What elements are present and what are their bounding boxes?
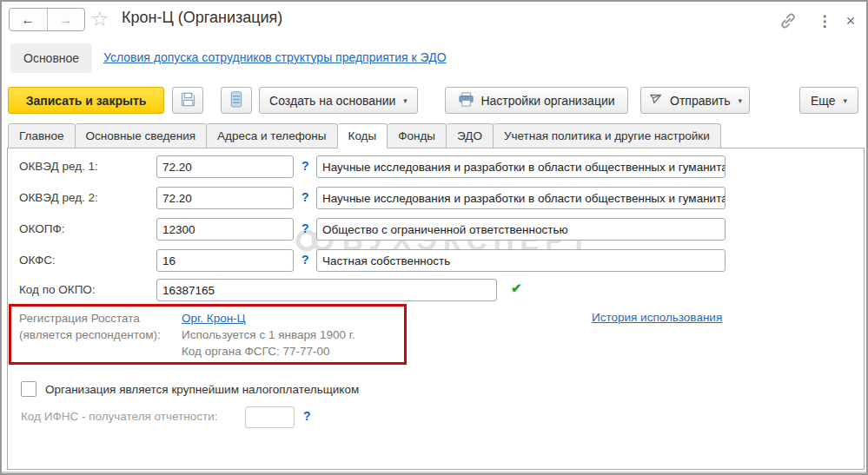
tab-main[interactable]: Главное	[8, 123, 76, 148]
nav-item-main[interactable]: Основное	[10, 43, 92, 73]
back-button[interactable]: ←	[10, 9, 48, 30]
window-bottom-edge	[2, 472, 866, 475]
chevron-down-icon: ▾	[738, 96, 742, 105]
okfs-help-icon[interactable]: ?	[301, 253, 309, 267]
rosstat-used-since: Используется с 1 января 1900 г.	[182, 328, 355, 341]
favorite-star-icon[interactable]: ☆	[90, 7, 109, 31]
forward-button[interactable]: →	[48, 9, 85, 30]
largest-taxpayer-label: Организация является крупнейшим налогопл…	[45, 383, 359, 396]
send-button[interactable]: Отправить ▾	[640, 87, 750, 114]
more-menu-icon[interactable]: ⋮	[813, 10, 836, 31]
okopf-code-field[interactable]: 12300	[156, 218, 294, 241]
floppy-disk-icon	[180, 91, 196, 110]
okved2-code-field[interactable]: 72.20	[156, 187, 294, 209]
chevron-down-icon: ▾	[403, 96, 407, 105]
more-label: Еще	[811, 94, 836, 108]
tab-accounting-policy[interactable]: Учетная политика и другие настройки	[494, 123, 721, 148]
okved2-help-icon[interactable]: ?	[301, 190, 309, 204]
okfs-label: ОКФС:	[19, 254, 56, 267]
okopf-help-icon[interactable]: ?	[301, 221, 309, 235]
largest-taxpayer-checkbox[interactable]	[21, 381, 36, 397]
more-actions-button[interactable]: Еще ▾	[799, 87, 858, 114]
tab-edo[interactable]: ЭДО	[447, 123, 494, 148]
organization-card-window: ← → ☆ Крон-Ц (Организация) ⋮ × Основное …	[0, 0, 868, 475]
rosstat-highlight-box: Регистрация Росстата (является респонден…	[9, 304, 407, 365]
printer-icon	[458, 92, 474, 109]
ifns-code-field[interactable]	[245, 406, 295, 428]
send-icon	[648, 91, 664, 109]
rosstat-label-line1: Регистрация Росстата	[19, 312, 140, 325]
okpo-field[interactable]: 16387165	[156, 279, 497, 301]
okved1-code-field[interactable]: 72.20	[156, 155, 294, 178]
tab-codes[interactable]: Коды	[338, 123, 388, 148]
org-settings-label: Настройки организации	[480, 94, 614, 108]
okved1-label: ОКВЭД ред. 1:	[19, 160, 98, 173]
close-icon[interactable]: ×	[839, 10, 862, 31]
okved2-label: ОКВЭД ред. 2:	[19, 191, 98, 204]
tab-addresses[interactable]: Адреса и телефоны	[207, 123, 337, 148]
send-label: Отправить	[670, 94, 730, 108]
okopf-label: ОКОПФ:	[19, 222, 64, 235]
save-button[interactable]	[172, 87, 203, 114]
okpo-valid-check-icon: ✔	[511, 280, 522, 296]
nav-link-edo-conditions[interactable]: Условия допуска сотрудников структуры пр…	[103, 50, 447, 64]
okpo-label: Код по ОКПО:	[19, 283, 96, 296]
okved1-help-icon[interactable]: ?	[301, 159, 309, 173]
history-nav-group: ← →	[9, 8, 85, 31]
okopf-desc-field[interactable]: Общество с ограниченной ответственностью	[316, 218, 726, 241]
okved1-desc-field[interactable]: Научные исследования и разработки в обла…	[316, 155, 726, 178]
rosstat-org-link[interactable]: Орг. Крон-Ц	[182, 312, 246, 325]
page-title: Крон-Ц (Организация)	[122, 9, 282, 27]
tab-funds[interactable]: Фонды	[388, 123, 447, 148]
save-and-close-button[interactable]: Записать и закрыть	[8, 87, 164, 114]
chevron-down-icon: ▾	[843, 96, 847, 105]
usage-history-link[interactable]: История использования	[592, 311, 722, 324]
ifns-help-icon[interactable]: ?	[303, 409, 311, 423]
rosstat-label-line2: (является респондентом):	[19, 328, 161, 341]
register-stack-icon	[229, 91, 243, 110]
create-based-on-label: Создать на основании	[269, 94, 395, 108]
okved2-desc-field[interactable]: Научные исследования и разработки в обла…	[316, 187, 726, 209]
tab-basic-info[interactable]: Основные сведения	[76, 123, 207, 148]
okfs-code-field[interactable]: 16	[156, 249, 294, 272]
ifns-code-label: Код ИФНС - получателя отчетности:	[21, 410, 217, 423]
okfs-desc-field[interactable]: Частная собственность	[316, 249, 726, 272]
create-based-on-button[interactable]: Создать на основании ▾	[259, 87, 418, 114]
rosstat-fsgs-code: Код органа ФСГС: 77-77-00	[182, 345, 330, 358]
section-tabs: Главное Основные сведения Адреса и телеф…	[8, 123, 721, 148]
get-link-icon[interactable]	[777, 10, 799, 31]
register-records-button[interactable]	[221, 87, 252, 114]
org-settings-button[interactable]: Настройки организации	[445, 87, 628, 114]
